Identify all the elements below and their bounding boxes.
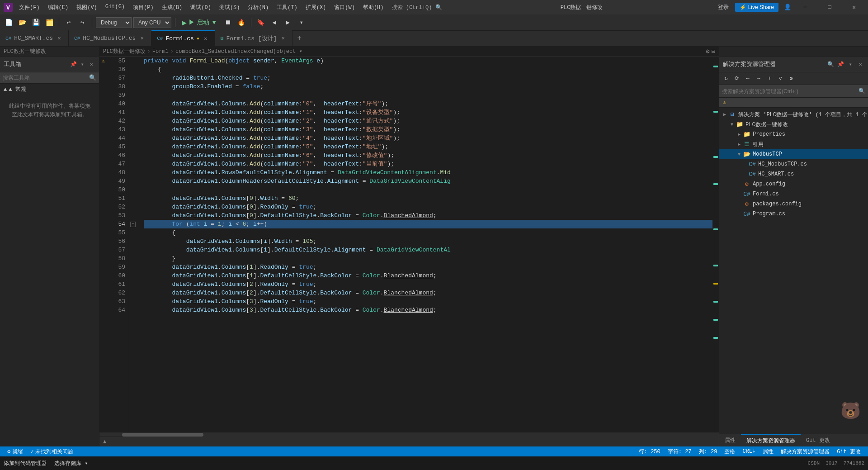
run-button[interactable]: ▶ ▶ 启动 ▼ <box>179 18 220 28</box>
horizontal-scrollbar[interactable] <box>99 432 719 437</box>
tab-close-hc-smart[interactable]: ✕ <box>56 35 63 42</box>
sol-new-btn[interactable]: + <box>764 74 774 84</box>
menu-search[interactable]: 搜索 (Ctrl+Q) 🔍 <box>388 3 446 12</box>
tab-form1-design[interactable]: ⊞ Form1.cs [设计] ✕ <box>215 30 292 46</box>
tab-close-form1[interactable]: ✕ <box>202 35 209 42</box>
sol-tab-properties[interactable]: 属性 <box>719 434 741 447</box>
sol-refresh-btn[interactable]: ⟳ <box>732 74 742 84</box>
sol-hide-btn[interactable]: ▾ <box>846 60 854 68</box>
sol-tab-explorer[interactable]: 解决方案资源管理器 <box>741 434 801 447</box>
sol-settings-btn[interactable]: ⚙ <box>786 74 796 84</box>
menu-tools[interactable]: 工具(T) <box>273 3 301 12</box>
status-char[interactable]: 字符: 27 <box>664 446 695 456</box>
menu-help[interactable]: 帮助(H) <box>359 3 387 12</box>
tab-hc-modbus[interactable]: C# HC_ModbusTCP.cs ✕ <box>69 30 151 46</box>
close-button[interactable]: ✕ <box>844 0 864 14</box>
bookmark-btn[interactable]: 🔖 <box>255 17 267 28</box>
menu-git[interactable]: Git(G) <box>102 3 128 12</box>
tree-form1-cs[interactable]: C# Form1.cs <box>719 189 868 199</box>
sol-forward-btn[interactable]: → <box>754 74 764 84</box>
code-line-42: dataGridView1.Columns.Add(columnName:"2"… <box>144 117 712 125</box>
status-col[interactable]: 列: 29 <box>695 446 721 456</box>
status-no-errors[interactable]: ✓ 未找到相关问题 <box>27 446 77 456</box>
settings-icon[interactable]: ⚙ <box>706 47 709 55</box>
scrollbar-thumb[interactable] <box>122 433 203 437</box>
save-all-btn[interactable]: 🗂️ <box>43 17 55 28</box>
bookmark-next-btn[interactable]: ▶ <box>282 17 294 28</box>
tree-packages-config[interactable]: ⚙ packages.config <box>719 199 868 209</box>
sol-sync-btn[interactable]: ↻ <box>721 74 731 84</box>
menu-edit[interactable]: 编辑(E) <box>44 3 72 12</box>
menu-debug[interactable]: 调试(D) <box>187 3 215 12</box>
redo-btn[interactable]: ↪ <box>76 17 88 28</box>
add-code-btn[interactable]: 添加到代码管理器 <box>4 460 47 467</box>
new-file-btn[interactable]: 📄 <box>3 17 14 28</box>
status-git-changes[interactable]: Git 更改 <box>833 446 864 456</box>
restart-btn[interactable]: 🔥 <box>236 17 247 28</box>
code-editor[interactable]: private void Form1_Load(object sender, E… <box>137 57 712 432</box>
sol-back-btn[interactable]: ← <box>743 74 753 84</box>
toolbox-hide-btn[interactable]: ▾ <box>78 60 86 68</box>
tree-program-cs[interactable]: C# Program.cs <box>719 209 868 219</box>
live-share-button[interactable]: ⚡ Live Share <box>735 3 778 12</box>
menu-test[interactable]: 测试(S) <box>216 3 244 12</box>
tab-close-design[interactable]: ✕ <box>279 35 287 42</box>
code-line-36: { <box>144 65 712 74</box>
gutter-54[interactable]: − <box>129 220 137 228</box>
solution-search-input[interactable] <box>722 88 859 95</box>
line-42: 42 <box>107 117 129 125</box>
tree-hc-modbus[interactable]: C# HC_ModbusTCP.cs <box>719 159 868 169</box>
status-encoding[interactable]: 属性 <box>759 446 777 456</box>
debug-mode-dropdown[interactable]: Debug Release <box>96 17 132 28</box>
status-eol[interactable]: CRLF <box>739 446 759 456</box>
open-btn[interactable]: 📂 <box>16 17 28 28</box>
menu-view[interactable]: 视图(V) <box>73 3 101 12</box>
tree-modbustcp[interactable]: ▼ 📂 ModbusTCP <box>719 149 868 159</box>
status-line[interactable]: 行: 250 <box>635 446 664 456</box>
status-space[interactable]: 空格 <box>721 446 739 456</box>
new-tab-button[interactable]: + <box>292 30 306 46</box>
tab-form1[interactable]: C# Form1.cs ● ✕ <box>151 30 215 46</box>
tree-hc-smart[interactable]: C# HC_SMART.cs <box>719 169 868 179</box>
save-btn[interactable]: 💾 <box>30 17 42 28</box>
toolbox-category[interactable]: ▲ ▲ 常规 <box>0 84 99 95</box>
ready-icon: ⚙ <box>7 448 10 455</box>
pin-icon[interactable]: 📌 <box>69 60 77 68</box>
minimize-button[interactable]: — <box>795 0 816 14</box>
select-repo-btn[interactable]: 选择存储库 ▾ <box>54 460 88 467</box>
tree-app-config[interactable]: ⚙ App.config <box>719 179 868 189</box>
sol-search-icon[interactable]: 🔍 <box>826 60 835 68</box>
menu-project[interactable]: 项目(P) <box>129 3 157 12</box>
toolbox-close-btn[interactable]: ✕ <box>87 60 95 68</box>
menu-window[interactable]: 窗口(W) <box>330 3 359 12</box>
sol-pin-icon[interactable]: 📌 <box>836 60 844 68</box>
toolbox-search-input[interactable] <box>3 75 89 81</box>
refs-label: 引用 <box>753 141 764 148</box>
tab-close-modbus[interactable]: ✕ <box>138 35 146 42</box>
sol-tab-git[interactable]: Git 更改 <box>801 434 835 447</box>
tree-references[interactable]: ▶ ☰ 引用 <box>719 139 868 149</box>
tree-solution-root[interactable]: ▶ ⊟ 解决方案 'PLC数据一键修改' (1 个项目，共 1 个) <box>719 109 868 119</box>
status-solution-explorer[interactable]: 解决方案资源管理器 <box>777 446 833 456</box>
tree-project[interactable]: ▼ 📁 PLC数据一键修改 <box>719 119 868 129</box>
split-icon[interactable]: ⊟ <box>712 47 715 55</box>
sol-close-btn[interactable]: ✕ <box>856 60 864 68</box>
status-ready[interactable]: ⚙ 就绪 <box>4 446 27 456</box>
expand-panel-icon[interactable]: ▲ <box>99 439 110 445</box>
stop-btn[interactable]: ⏹ <box>222 17 234 28</box>
maximize-button[interactable]: □ <box>819 0 840 14</box>
toolbox-header-buttons: 📌 ▾ ✕ <box>69 60 95 68</box>
bookmark-prev-btn[interactable]: ◀ <box>269 17 280 28</box>
tree-properties[interactable]: ▶ 📁 Properties <box>719 129 868 139</box>
menu-file[interactable]: 文件(F) <box>15 3 43 12</box>
menu-build[interactable]: 生成(B) <box>158 3 186 12</box>
tab-hc-smart[interactable]: C# HC_SMART.cs ✕ <box>0 30 69 46</box>
bookmark-list-btn[interactable]: ▾ <box>296 17 307 28</box>
menu-extensions[interactable]: 扩展(X) <box>302 3 330 12</box>
login-btn[interactable]: 登录 <box>718 4 729 11</box>
sol-filter-btn[interactable]: ▽ <box>775 74 785 84</box>
undo-btn[interactable]: ↩ <box>63 17 75 28</box>
platform-dropdown[interactable]: Any CPU <box>133 17 171 28</box>
menu-analyze[interactable]: 分析(N) <box>244 3 272 12</box>
profile-icon[interactable]: 👤 <box>784 4 791 11</box>
